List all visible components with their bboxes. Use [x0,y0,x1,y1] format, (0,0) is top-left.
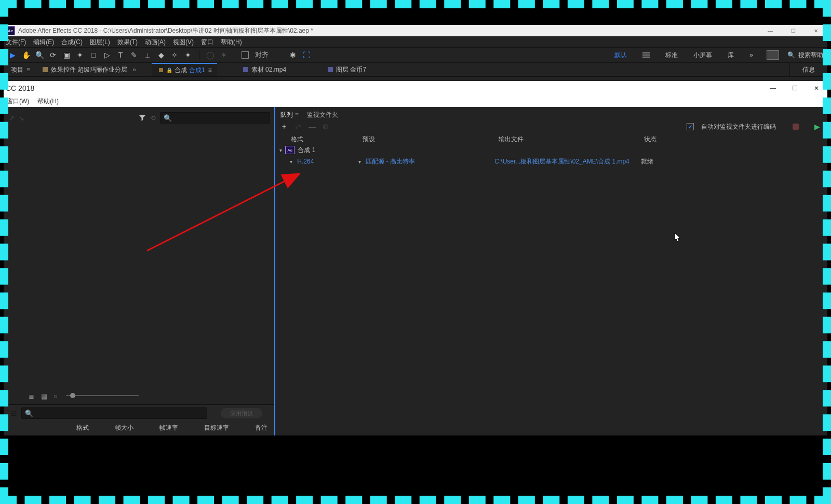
menu-animation[interactable]: 动画(A) [145,38,166,47]
ame-body: ↗ ↘ ⟲ 🔍 ≣ ▦ ○ ☳ [4,107,827,436]
menu-composition[interactable]: 合成(C) [61,38,83,47]
clone-tool-icon[interactable]: ⟂ [143,50,152,60]
col-targetrate: 目标速率 [204,424,229,432]
minimize-button[interactable]: — [759,25,782,36]
queue-columns: 格式 预设 输出文件 状态 [275,134,827,144]
shape-tool-icon[interactable]: □ [89,50,98,60]
workspace-menu-icon[interactable] [642,52,650,58]
comp-color-icon [43,67,48,72]
tab-comp-prefix: 合成 [175,66,187,75]
workspace-small[interactable]: 小屏幕 [693,51,712,60]
menu-window[interactable]: 窗口 [201,38,213,47]
close-button[interactable]: ✕ [805,25,827,36]
ae-titlebar[interactable]: Ae Adobe After Effects CC 2018 - C:\User… [4,25,827,36]
ame-maximize-button[interactable]: ☐ [784,81,806,96]
queue-toolbar: ＋ ⇄ — ⧉ ✔ 自动对监视文件夹进行编码 ▶ [275,119,827,134]
arrow-out-icon[interactable]: ↗ [9,114,15,122]
apply-preset-button[interactable]: 应用预设 [221,408,262,418]
start-queue-icon[interactable]: ▶ [814,122,820,131]
ame-minimize-button[interactable]: — [762,81,784,96]
disabled-tool2-icon: ✶ [219,50,229,60]
mouse-cursor-icon [674,233,681,244]
comp-marker-icon [159,68,163,72]
media-encoder-window: CC 2018 — ☐ ✕ 窗口(W) 帮助(H) ↗ ↘ ⟲ 🔍 [4,81,827,436]
tab-effect-controls[interactable]: 效果控件 超级玛丽作业分层 » [35,63,141,76]
tab-project[interactable]: 项目 [4,63,35,76]
thumb-view-icon[interactable]: ○ [53,392,61,399]
ame-preset-toolbar: ↗ ↘ ⟲ 🔍 [4,107,274,129]
tab-composition[interactable]: 🔒 合成 合成1 [152,63,217,76]
camera-tool-icon[interactable]: ▣ [62,50,71,60]
auto-encode-checkbox[interactable]: ✔ [687,123,694,130]
selection-tool-icon[interactable]: ▶ [8,50,17,60]
footer-search-input[interactable]: 🔍 [21,407,207,419]
tab-queue[interactable]: 队列 [280,111,298,119]
tab-footage-label: 素材 02.mp4 [251,65,286,74]
ame-window-title: CC 2018 [6,84,34,92]
reset-icon[interactable]: ⟲ [150,114,156,122]
roto-tool-icon[interactable]: ✧ [170,50,179,60]
sync-item-icon[interactable]: ⇄ [295,122,301,131]
grid-view-icon[interactable]: ▦ [41,392,48,399]
snap-extra-icon[interactable]: ✱ [288,50,298,60]
workspace-standard[interactable]: 标准 [665,51,678,60]
queue-item-row[interactable]: ▾ H.264 ▾ 匹配源 - 高比特率 C:\User...板和图层基本属性\… [275,156,827,167]
search-help-icon[interactable]: 🔍 [787,51,795,59]
zoom-tool-icon[interactable]: 🔍 [35,50,44,60]
brush-tool-icon[interactable]: ✎ [129,50,139,60]
tab-info[interactable]: 信息 [789,63,827,76]
menu-layer[interactable]: 图层(L) [90,38,110,47]
workspace-library[interactable]: 库 [728,51,734,60]
workspace-more-icon[interactable]: » [749,51,753,59]
auto-encode-label: 自动对监视文件夹进行编码 [701,122,776,131]
menu-help[interactable]: 帮助(H) [221,38,242,47]
stop-queue-icon[interactable] [793,124,799,130]
snap-checkbox[interactable] [242,51,249,59]
text-tool-icon[interactable]: T [116,50,125,60]
queue-item-preset[interactable]: 匹配源 - 高比特率 [366,157,494,166]
search-help-label[interactable]: 搜索帮助 [798,51,823,60]
menu-file[interactable]: 文件(F) [6,38,26,47]
col-preset: 预设 [363,135,499,144]
tab-watch-folder[interactable]: 监视文件夹 [307,111,338,119]
queue-item-status: 就绪 [641,157,653,166]
maximize-button[interactable]: ☐ [782,25,805,36]
add-item-icon[interactable]: ＋ [280,122,288,131]
tab-layer[interactable]: 图层 金币7 [320,63,371,76]
col-framerate: 帧速率 [159,424,178,432]
list-view-icon[interactable]: ≣ [29,392,36,399]
orbit-tool-icon[interactable]: ⟳ [48,50,58,60]
ame-titlebar[interactable]: CC 2018 — ☐ ✕ [4,81,827,96]
remove-item-icon[interactable]: — [309,122,316,131]
snap-extra2-icon[interactable]: ⛶ [302,50,311,60]
preset-search-input[interactable]: 🔍 [160,112,270,124]
menu-view[interactable]: 视图(V) [173,38,194,47]
caret-down-icon[interactable]: ▾ [279,147,282,153]
format-dropdown-icon[interactable]: ▾ [290,159,297,165]
ame-close-button[interactable]: ✕ [806,81,827,96]
queue-item-format[interactable]: H.264 [297,158,358,165]
workspace-default[interactable]: 默认 [614,51,627,60]
filter-icon[interactable] [139,114,146,121]
col-remark: 备注 [255,424,267,432]
hand-tool-icon[interactable]: ✋ [21,50,31,60]
queue-item-output[interactable]: C:\User...板和图层基本属性\02_AME\合成 1.mp4 [494,157,641,166]
arrow-in-icon[interactable]: ↘ [19,114,24,122]
eraser-tool-icon[interactable]: ◆ [156,50,166,60]
ame-menu-window[interactable]: 窗口(W) [7,97,29,106]
pen-tool-icon[interactable]: ▷ [102,50,112,60]
pan-behind-tool-icon[interactable]: ✦ [75,50,85,60]
menu-effect[interactable]: 效果(T) [117,38,138,47]
ame-menu-help[interactable]: 帮助(H) [37,97,59,106]
ae-panel-tabs: 项目 效果控件 超级玛丽作业分层 » 🔒 合成 合成1 素材 02.mp4 图层… [4,63,827,77]
puppet-tool-icon[interactable]: ✦ [183,50,193,60]
ame-queue-panel: 队列 监视文件夹 ＋ ⇄ — ⧉ ✔ 自动对监视文件夹进行编码 ▶ 格式 预设 … [274,107,827,436]
hide-ui-toggle-icon[interactable] [767,50,779,60]
duplicate-item-icon[interactable]: ⧉ [323,122,328,131]
tab-footage[interactable]: 素材 02.mp4 [236,63,291,76]
ae-toolbar: ▶ ✋ 🔍 ⟳ ▣ ✦ □ ▷ T ✎ ⟂ ◆ ✧ ✦ ◯ ✶ 对齐 ✱ ⛶ 默… [4,48,827,63]
menu-edit[interactable]: 编辑(E) [33,38,54,47]
preset-dropdown-icon[interactable]: ▾ [358,159,366,165]
zoom-slider[interactable] [66,395,139,396]
queue-group-row[interactable]: ▾ Ae 合成 1 [275,144,827,156]
